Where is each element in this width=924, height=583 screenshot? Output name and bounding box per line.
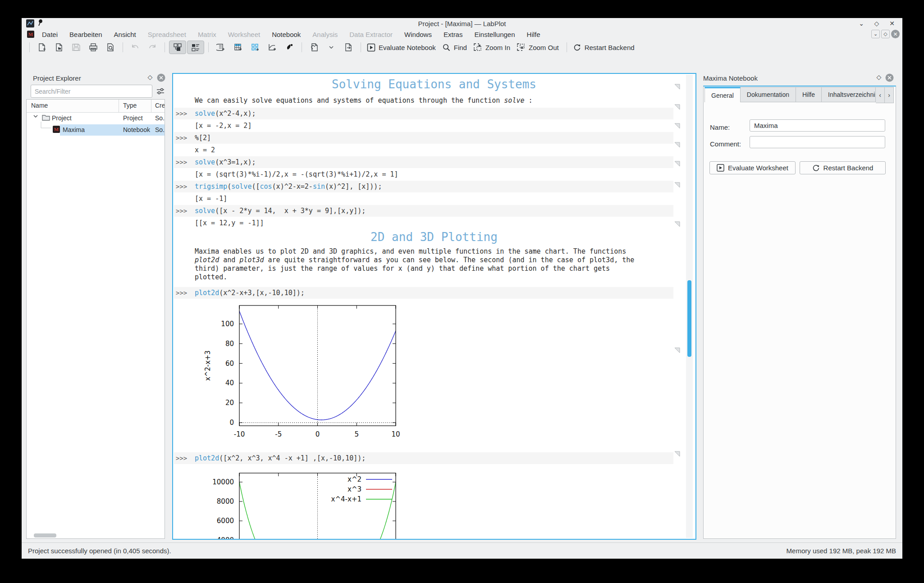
cell-fold-icon[interactable]	[674, 123, 680, 129]
maxima-icon: M	[53, 126, 60, 133]
tree-header[interactable]: Name Type Created	[27, 100, 165, 113]
new-datapicker-button[interactable]	[281, 41, 297, 54]
code-input[interactable]: solve(x^3=1,x);	[195, 158, 256, 166]
tab-scroll-right-icon[interactable]: ›	[885, 87, 894, 103]
cell-fold-icon[interactable]	[674, 104, 680, 110]
code-input[interactable]: plot2d(x^2-x+3,[x,-10,10]);	[195, 289, 305, 297]
menu-notebook[interactable]: Notebook	[266, 29, 306, 40]
zoom-in-icon	[473, 43, 482, 52]
evaluate-worksheet-button[interactable]: Evaluate Worksheet	[709, 161, 796, 174]
screen: Project - [Maxima] — LabPlot ⌄ ◇ ✕ M Dat…	[0, 0, 924, 583]
toolbar-button-label: Zoom In	[485, 44, 512, 51]
restart-backend-button[interactable]: Restart Backend	[571, 41, 638, 54]
menu-worksheet: Worksheet	[222, 29, 266, 40]
cell-fold-icon[interactable]	[674, 84, 680, 90]
menu-extras[interactable]: Extras	[438, 29, 469, 40]
cell-fold-icon[interactable]	[674, 182, 680, 188]
maxima-doc-icon: M	[27, 31, 34, 38]
menu-windows[interactable]: Windows	[398, 29, 438, 40]
svg-text:20: 20	[225, 399, 234, 407]
maximize-icon[interactable]: ◇	[873, 19, 881, 27]
code-input[interactable]: %[2]	[195, 134, 211, 142]
toolbar-button-label: Find	[454, 44, 469, 51]
name-field[interactable]	[750, 119, 885, 132]
item-name: Maxima	[63, 126, 85, 133]
vertical-scrollbar[interactable]	[686, 75, 693, 538]
svg-text:0: 0	[229, 419, 234, 427]
subwindow-close-icon[interactable]: ✕	[891, 30, 900, 38]
item-name: Project	[52, 114, 72, 122]
project-explorer-toggle-button[interactable]	[169, 41, 186, 54]
prompt: >>>	[176, 159, 187, 166]
dock-float-icon[interactable]: ◇	[875, 73, 883, 81]
menu-datei[interactable]: Datei	[36, 29, 64, 40]
subwindow-maximize-icon[interactable]: ◇	[881, 30, 890, 38]
table-row[interactable]: MMaximaNotebookSo. Jan. 2 18:	[27, 124, 165, 136]
code-input[interactable]: trigsimp(solve([cos(x)^2-x=2-sin(x)^2], …	[195, 182, 382, 191]
new-worksheet-button[interactable]	[264, 41, 280, 54]
search-input[interactable]: Search/Filter	[31, 85, 152, 98]
evaluate-notebook-button[interactable]: Evaluate Notebook	[365, 41, 439, 54]
tab-hilfe[interactable]: Hilfe	[796, 87, 822, 102]
memory-usage: Memory used 192 MB, peak 192 MB	[787, 547, 896, 555]
prompt: >>>	[176, 207, 187, 214]
print-preview-button[interactable]	[102, 41, 119, 54]
export-button[interactable]	[340, 41, 357, 54]
svg-text:40: 40	[225, 379, 234, 387]
code-input-cell[interactable]	[174, 132, 673, 144]
cell-fold-icon[interactable]	[674, 451, 680, 457]
tab-general[interactable]: General	[704, 87, 741, 102]
open-document-button[interactable]	[51, 41, 67, 54]
code-input[interactable]: solve(x^2-4,x);	[195, 109, 256, 118]
cell-fold-icon[interactable]	[674, 142, 680, 148]
restart-backend-button[interactable]: Restart Backend	[800, 161, 886, 174]
item-created: So. Jan. 2 18:	[155, 126, 165, 133]
subwindow-restore-icon[interactable]: ⌄	[871, 30, 880, 38]
horizontal-scrollbar[interactable]	[28, 533, 163, 538]
properties-toggle-button[interactable]	[187, 41, 204, 54]
print-button[interactable]	[85, 41, 101, 54]
minimize-icon[interactable]: ⌄	[857, 19, 865, 27]
dock-close-icon[interactable]	[885, 73, 894, 82]
titlebar[interactable]: Project - [Maxima] — LabPlot ⌄ ◇ ✕	[22, 18, 902, 29]
find-button[interactable]: Find	[440, 41, 471, 54]
menu-einstellungen[interactable]: Einstellungen	[468, 29, 521, 40]
dock-float-icon[interactable]: ◇	[146, 73, 154, 81]
code-input[interactable]: solve([x - 2*y = 14, x + 3*y = 9],[x,y])…	[195, 207, 366, 215]
svg-text:10000: 10000	[212, 478, 234, 486]
expander-icon[interactable]	[33, 114, 38, 119]
comment-field[interactable]	[750, 136, 885, 148]
tab-scroll-left-icon[interactable]: ‹	[876, 87, 885, 103]
menu-hilfe[interactable]: Hilfe	[521, 29, 546, 40]
filter-icon[interactable]	[156, 88, 165, 95]
cell-fold-icon[interactable]	[674, 161, 680, 167]
menu-ansicht[interactable]: Ansicht	[108, 29, 142, 40]
zoom-out-button[interactable]: Zoom Out	[515, 41, 563, 54]
plot-image: 40006000800010000x^2x^3x^4-x+1	[200, 460, 453, 540]
redo-icon	[148, 43, 157, 52]
new-matrix-button[interactable]	[247, 41, 263, 54]
import-button[interactable]	[306, 41, 322, 54]
menu-matrix: Matrix	[192, 29, 222, 40]
cell-fold-icon[interactable]	[674, 221, 680, 227]
notebook-view[interactable]: Solving Equations and SystemsWe can easi…	[172, 73, 696, 540]
scrollbar-thumb[interactable]	[687, 280, 691, 357]
close-icon[interactable]: ✕	[888, 19, 896, 27]
new-workbook-button[interactable]	[213, 41, 229, 54]
menu-bearbeiten[interactable]: Bearbeiten	[64, 29, 108, 40]
chevron-down-icon	[328, 43, 334, 52]
new-document-button[interactable]	[34, 41, 50, 54]
code-output: x = 2	[195, 146, 215, 154]
tab-inhaltsverzeichnis[interactable]: Inhaltsverzeichnis	[822, 87, 876, 102]
zoom-in-button[interactable]: Zoom In	[471, 41, 514, 54]
code-output: [x = -2,x = 2]	[195, 122, 252, 130]
cell-fold-icon[interactable]	[674, 347, 680, 353]
svg-text:x^2: x^2	[348, 475, 361, 483]
restart-icon	[812, 164, 820, 172]
tab-dokumentation[interactable]: Dokumentation	[741, 87, 796, 102]
new-spreadsheet-button[interactable]	[230, 41, 246, 54]
dock-close-icon[interactable]	[157, 73, 165, 82]
plot-image: -10-50510020406080100xx^2-x+3	[200, 299, 453, 440]
item-type: Project	[123, 114, 143, 122]
chevron-down-button[interactable]	[323, 41, 339, 54]
